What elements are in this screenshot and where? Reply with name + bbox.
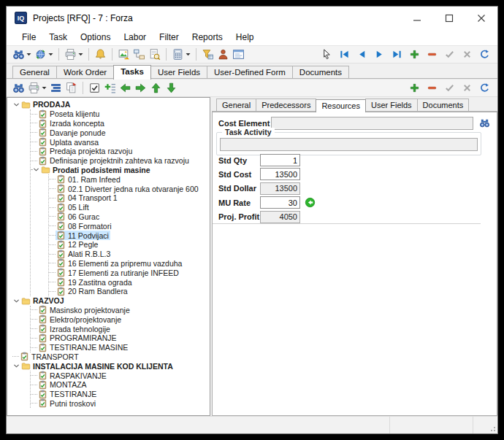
tree-task-20-ram-bandlera[interactable]: 20 Ram Bandlera bbox=[49, 287, 210, 296]
std-qty-input[interactable] bbox=[260, 154, 300, 166]
move-left-button[interactable] bbox=[118, 81, 133, 95]
main-tab-user-defined-form[interactable]: User-Defined Form bbox=[207, 66, 293, 79]
alerts-bell-button[interactable] bbox=[93, 47, 108, 61]
delete-record-button[interactable] bbox=[425, 48, 439, 61]
nav-next-button[interactable] bbox=[373, 48, 386, 61]
tree-task-davanje-ponude[interactable]: Davanje ponude bbox=[31, 128, 210, 137]
tree-task-testiranje-masine[interactable]: TESTIRANJE MASINE bbox=[31, 343, 210, 352]
main-tab-user-fields[interactable]: User Fields bbox=[150, 66, 207, 79]
tree-task-19-zastitna-ograda[interactable]: 19 Zastitna ograda bbox=[49, 277, 210, 287]
move-down-button[interactable] bbox=[164, 81, 179, 95]
cancel-record-button[interactable] bbox=[460, 48, 474, 61]
copy-tasks-button[interactable] bbox=[64, 81, 79, 95]
tree-task-izrada-koncepta[interactable]: Izrada koncepta bbox=[31, 119, 210, 128]
tree-task-04-transport-1[interactable]: 04 Transport 1 bbox=[49, 193, 210, 203]
main-tab-documents[interactable]: Documents bbox=[292, 66, 349, 79]
calculator-button[interactable] bbox=[170, 47, 192, 61]
menu-file[interactable]: File bbox=[15, 31, 42, 44]
chevron-icon[interactable] bbox=[12, 101, 20, 109]
tree-task-alati-r-b-l-3[interactable]: Alati R.B.L.3 bbox=[49, 250, 210, 259]
expand-levels-button[interactable] bbox=[48, 81, 64, 95]
tree-task-02-1-diverter-jedna-ruka-otvaranje-600[interactable]: 02.1 Diverter jedna ruka otvaranje 600 bbox=[49, 184, 210, 193]
tree-task-08-formatori[interactable]: 08 Formatori bbox=[49, 221, 210, 231]
menu-options[interactable]: Options bbox=[74, 31, 117, 44]
tree-folder-razvoj[interactable]: RAZVOJ bbox=[12, 296, 210, 306]
find-binoculars-button[interactable] bbox=[11, 47, 33, 61]
nav-last-button[interactable] bbox=[390, 48, 404, 61]
menu-labor[interactable]: Labor bbox=[117, 31, 153, 44]
checkbox-select-button[interactable] bbox=[87, 81, 102, 95]
process-pointer-button[interactable] bbox=[320, 48, 334, 61]
main-tab-general[interactable]: General bbox=[12, 66, 57, 79]
chevron-icon[interactable] bbox=[12, 297, 20, 305]
print-button[interactable] bbox=[63, 47, 85, 61]
add-record-button[interactable] bbox=[408, 82, 421, 94]
nav-prev-button[interactable] bbox=[355, 48, 369, 61]
refresh-record-button[interactable] bbox=[478, 82, 492, 94]
tree-task-16-elementi-za-pripremu-vazduha[interactable]: 16 Elementi za pripremu vazduha bbox=[49, 259, 210, 269]
main-tab-work-order[interactable]: Work Order bbox=[56, 66, 114, 79]
tree-task-11-podvijaci[interactable]: 11 Podvijaci bbox=[49, 231, 210, 240]
data-form-button[interactable] bbox=[231, 47, 246, 61]
document-preview-button[interactable] bbox=[147, 47, 162, 61]
refresh-record-button[interactable] bbox=[478, 48, 492, 61]
tree-folder-prodati-podsistemi-masine[interactable]: Prodati podsistemi masine bbox=[31, 166, 210, 175]
hierarchy-button[interactable] bbox=[131, 47, 147, 61]
tree-task-uplata-avansa[interactable]: Uplata avansa bbox=[31, 137, 210, 147]
refresh-globe-button[interactable] bbox=[33, 47, 55, 61]
post-record-button[interactable] bbox=[443, 48, 457, 61]
apply-rate-button[interactable] bbox=[304, 197, 316, 209]
tree-task-masinsko-projektovanje[interactable]: Masinsko projektovanje bbox=[31, 306, 210, 315]
menu-reports[interactable]: Reports bbox=[186, 31, 229, 44]
filter-funnel-button[interactable] bbox=[200, 47, 215, 61]
tree-task-izrada-tehnologije[interactable]: Izrada tehnologije bbox=[31, 324, 210, 333]
image-attach-button[interactable] bbox=[116, 47, 131, 61]
menu-help[interactable]: Help bbox=[229, 31, 261, 44]
tree-task-montaza[interactable]: MONTAZA bbox=[31, 380, 210, 390]
add-record-button[interactable] bbox=[408, 48, 421, 61]
tree-task-raspakivanje[interactable]: RASPAKIVANJE bbox=[31, 371, 210, 380]
post-record-button[interactable] bbox=[443, 82, 457, 94]
tree-task-predaja-projekta-razvoju[interactable]: Predaja projekta razvoju bbox=[31, 147, 210, 156]
move-up-button[interactable] bbox=[148, 81, 164, 95]
detail-tab-predecessors[interactable]: Predecessors bbox=[256, 99, 316, 112]
tree-task-17-elementi-za-rutiranje-infeed[interactable]: 17 Elementi za rutiranje INFEED bbox=[49, 268, 210, 277]
menu-task[interactable]: Task bbox=[42, 31, 74, 44]
tree-task-05-lift[interactable]: 05 Lift bbox=[49, 203, 210, 212]
tree-task-poseta-klijentu[interactable]: Poseta klijentu bbox=[31, 109, 210, 119]
close-button[interactable] bbox=[465, 7, 497, 29]
maximize-button[interactable] bbox=[433, 7, 465, 29]
main-tab-tasks[interactable]: Tasks bbox=[113, 65, 151, 80]
detail-tab-user-fields[interactable]: User Fields bbox=[365, 99, 418, 112]
menu-filter[interactable]: Filter bbox=[153, 31, 186, 44]
insert-task-button[interactable] bbox=[102, 81, 118, 95]
user-security-button[interactable] bbox=[215, 47, 231, 61]
tree-task-transport[interactable]: TRANSPORT bbox=[12, 352, 210, 362]
tree-folder-instalacija-masine-kod-klijenta[interactable]: INSTALACIJA MASINE KOD KLIJENTA bbox=[12, 361, 210, 371]
tree-task-12-pegle[interactable]: 12 Pegle bbox=[49, 240, 210, 250]
print-tree-button[interactable] bbox=[26, 81, 48, 95]
detail-tab-resources[interactable]: Resources bbox=[316, 99, 366, 112]
detail-tab-general[interactable]: General bbox=[216, 99, 256, 112]
delete-record-button[interactable] bbox=[425, 82, 439, 94]
detail-tab-documents[interactable]: Documents bbox=[417, 99, 470, 112]
mu-rate-input[interactable] bbox=[260, 196, 300, 209]
find-binoculars-button[interactable] bbox=[11, 81, 26, 95]
cancel-record-button[interactable] bbox=[460, 82, 474, 94]
resize-grip[interactable] bbox=[488, 424, 497, 433]
nav-first-button[interactable] bbox=[337, 48, 351, 61]
chevron-icon[interactable] bbox=[32, 166, 40, 174]
tree-task-testiranje[interactable]: TESTIRANJE bbox=[31, 390, 210, 399]
chevron-icon[interactable] bbox=[12, 362, 20, 370]
move-right-button[interactable] bbox=[133, 81, 148, 95]
tree-task-06-gurac[interactable]: 06 Gurac bbox=[49, 212, 210, 222]
tree-task-definisanje-projektnih-zahteva-ka-razvoju[interactable]: Definisanje projektnih zahteva ka razvoj… bbox=[31, 156, 210, 166]
tree-task-putni-troskovi[interactable]: Putni troskovi bbox=[31, 399, 210, 409]
cost-element-lookup-button[interactable] bbox=[476, 116, 492, 130]
tree-task-01-ram-infeed[interactable]: 01. Ram Infeed bbox=[49, 174, 210, 184]
minimize-button[interactable] bbox=[401, 7, 433, 29]
tree-task-programiranje[interactable]: PROGRAMIRANJE bbox=[31, 333, 210, 343]
std-cost-input[interactable] bbox=[260, 168, 300, 180]
tree-task-elektro-projektovanje[interactable]: Elektro/projektovanje bbox=[31, 314, 210, 324]
tree-folder-prodaja[interactable]: PRODAJA bbox=[12, 100, 210, 109]
